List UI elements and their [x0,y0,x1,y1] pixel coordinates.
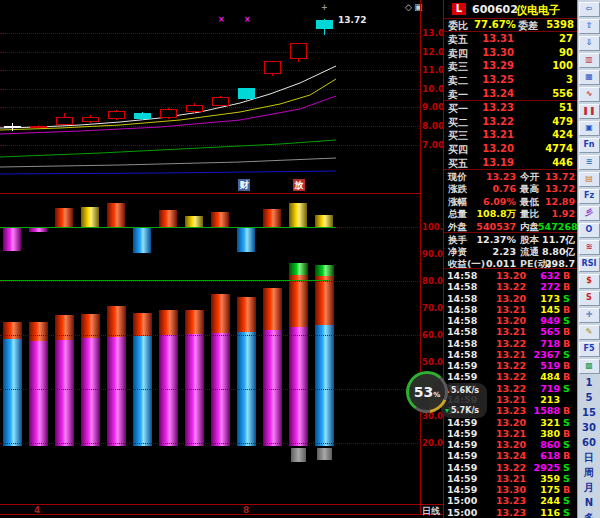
volume-bar-body [263,330,282,446]
sell-level-row[interactable]: 卖四13.3090 [444,47,578,60]
level-qty: 90 [520,47,573,58]
tick-row[interactable]: 14:5813.212367S [444,349,578,360]
rsi-icon[interactable]: RSI [579,257,600,272]
tick-row[interactable]: 14:5813.20173S [444,293,578,304]
volume-bar-body [107,337,126,446]
period-button-周[interactable]: 周 [580,466,599,479]
buy-level-row[interactable]: 买四13.204774 [444,143,578,156]
tick-price: 13.20 [490,439,526,450]
list-tree-icon[interactable]: ≡ [579,155,600,170]
buy-level-row[interactable]: 买二13.22479 [444,116,578,129]
up-arrow-icon[interactable]: ⇧ [579,19,600,34]
net-speed-bubble[interactable]: ▴5.6K/s ▾5.7K/s [441,383,487,418]
period-button-1[interactable]: 1 [580,376,599,389]
tick-row[interactable]: 14:5913.222925S [444,462,578,473]
period-button-日[interactable]: 日 [580,451,599,464]
stock-title-row[interactable]: L 600602 仪电电子 [444,2,578,18]
bar-chart-icon[interactable]: ▥ [579,53,600,68]
period-button-月[interactable]: 月 [580,481,599,494]
tick-row[interactable]: 14:5913.22484B [444,371,578,382]
tick-row[interactable]: 14:5813.22272B [444,281,578,292]
period-button-15[interactable]: 15 [580,406,599,419]
tick-row[interactable]: 14:5813.20949S [444,315,578,326]
tick-price: 13.21 [490,394,526,405]
tab-indicator-cai[interactable]: 财 [238,179,250,191]
period-button-5[interactable]: 5 [580,391,599,404]
kline-chart-pane[interactable]: 13.0012.0011.0010.009.008.007.00 ××+ 13.… [0,0,443,518]
tick-volume: 632 [528,270,560,281]
f10-icon[interactable]: Fn [579,138,600,153]
info-box-icon[interactable]: ▤ [579,172,600,187]
tick-volume: 175 [528,484,560,495]
period-button-多[interactable]: 多 [580,511,599,518]
tick-price: 13.21 [490,349,526,360]
tab-indicator-fang[interactable]: 放 [293,179,305,191]
sell-level-row[interactable]: 卖二13.253 [444,74,578,87]
level-label: 卖二 [448,74,468,88]
tick-row[interactable]: 14:5913.24618B [444,450,578,461]
volume-bar-body [55,340,74,446]
volume-bar-top [237,297,256,332]
tick-row[interactable]: 14:5913.22519B [444,360,578,371]
buy-level-row[interactable]: 买三13.21424 [444,129,578,142]
multi-window-icon[interactable]: ▣ [579,121,600,136]
f5-refresh-icon[interactable]: F5 [579,342,600,357]
period-button-60[interactable]: 60 [580,436,599,449]
tick-side: B [563,326,571,337]
candle-up [290,43,307,59]
chart-corner-icons[interactable]: ◇▣ [405,2,424,12]
chips-icon[interactable]: 彡 [579,206,600,221]
move-cross-icon[interactable]: ✛ [579,308,600,323]
tick-row[interactable]: 14:5813.21145B [444,304,578,315]
quote-value: 13.23 [470,171,516,182]
tick-side: B [563,360,571,371]
performance-ring-widget[interactable]: 53% [406,371,448,413]
tick-row[interactable]: 14:5913.20860S [444,439,578,450]
trend-line-icon[interactable]: ∿ [579,87,600,102]
quote-value: 108.8万 [470,208,516,221]
level-price: 13.22 [478,116,514,127]
sell-level-row[interactable]: 卖一13.24556 [444,88,578,101]
tick-row[interactable]: 14:5913.21380B [444,428,578,439]
stock-code: 600602 [472,3,518,16]
circle-o-icon[interactable]: O [579,223,600,238]
level-qty: 51 [520,102,573,113]
volume-axis-label: 60.0 [422,331,443,340]
sell-mark-icon[interactable]: S [579,291,600,306]
multi-line-icon[interactable]: ≋ [579,240,600,255]
buy-level-row[interactable]: 买五13.19446 [444,157,578,170]
tick-row[interactable]: 14:5913.21359S [444,473,578,484]
back-arrow-icon[interactable]: ⇦ [579,2,600,17]
image-icon[interactable]: ▩ [579,359,600,374]
quote-value: 2.23 [470,246,516,257]
buy-level-row[interactable]: 买一13.2351 [444,102,578,115]
pencil-icon[interactable]: ✎ [579,325,600,340]
level-qty: 479 [520,116,573,127]
level-label: 卖四 [448,47,468,61]
sell-level-row[interactable]: 卖五13.3127 [444,33,578,46]
quote-value: 0.011 [470,258,516,269]
level-label: 买一 [448,102,468,116]
tick-time: 14:58 [447,304,477,315]
tick-row[interactable]: 14:5813.22718B [444,338,578,349]
tick-row[interactable]: 14:5913.30175B [444,484,578,495]
table-icon[interactable]: ▦ [579,70,600,85]
period-button-N[interactable]: N [580,496,599,509]
formula-icon[interactable]: Fz [579,189,600,204]
money-icon[interactable]: $ [579,274,600,289]
candle-up [30,126,47,128]
tick-price: 13.21 [490,304,526,315]
tick-row[interactable]: 15:0013.23116S [444,507,578,518]
tick-row[interactable]: 14:5913.20321S [444,417,578,428]
tick-side: B [563,405,571,416]
sell-level-row[interactable]: 卖三13.29100 [444,60,578,73]
volume-bar-gray-stub [317,448,332,460]
kline-icon[interactable]: ❚❚ [579,104,600,119]
tick-row[interactable]: 15:0013.23244S [444,495,578,506]
quote-value: 6.09% [470,196,516,207]
down-arrow-icon[interactable]: ⇩ [579,36,600,51]
tick-row[interactable]: 14:5813.21565B [444,326,578,337]
period-button-30[interactable]: 30 [580,421,599,434]
quote-value: 12.89 [538,196,575,207]
tick-row[interactable]: 14:5813.20632B [444,270,578,281]
